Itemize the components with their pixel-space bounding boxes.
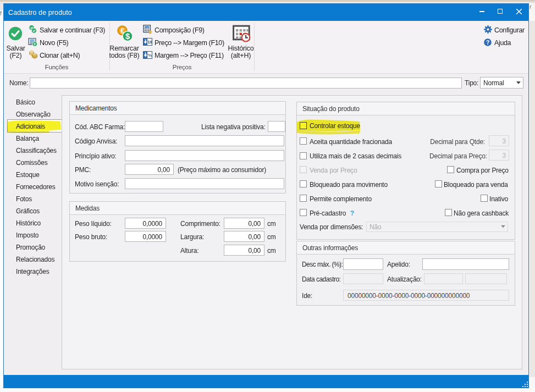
svg-text:?: ? <box>486 39 489 46</box>
svg-text:%: % <box>148 53 152 58</box>
svg-text:$: $ <box>125 31 130 41</box>
svg-text:10: 10 <box>147 40 152 45</box>
